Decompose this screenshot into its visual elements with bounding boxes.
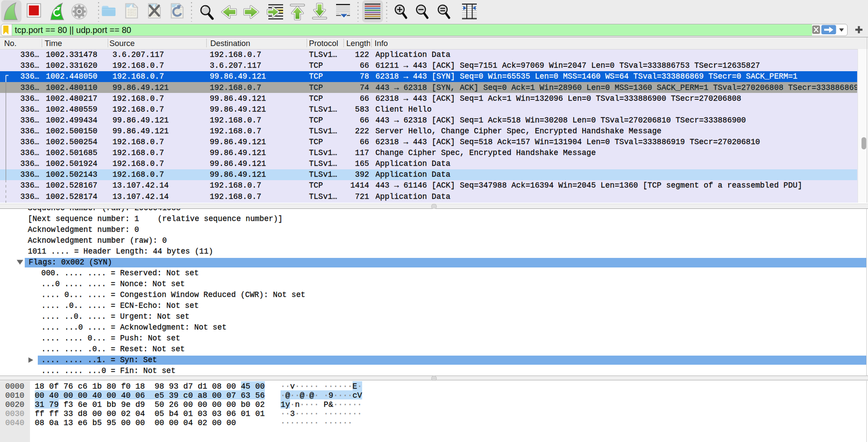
svg-text:01012: 01012 [128,14,136,17]
